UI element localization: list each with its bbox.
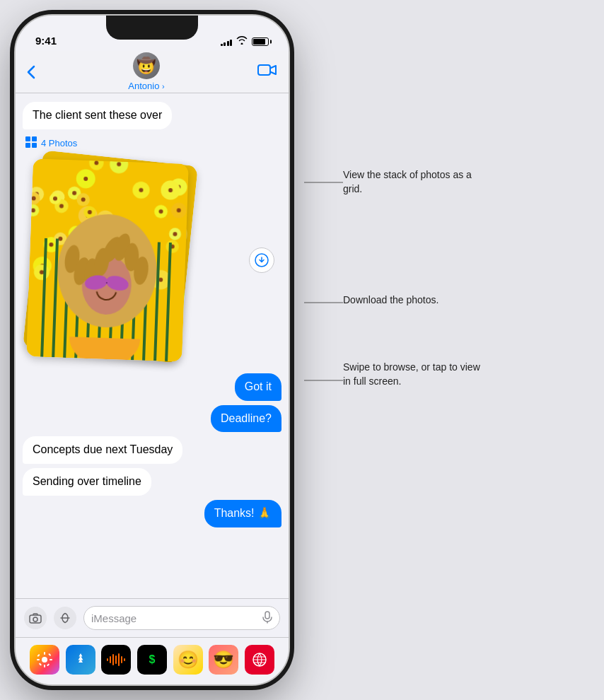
signal-bars-icon [221,37,233,46]
camera-button[interactable] [24,607,47,629]
bubble-incoming-1[interactable]: The client sent these over [23,102,172,129]
bubble-incoming-3[interactable]: Sending over timeline [23,468,151,496]
svg-rect-1 [25,136,30,141]
memoji-emoji: 😊 [178,650,199,670]
message-input[interactable]: iMessage [83,606,280,630]
bubble-outgoing-1[interactable]: Got it [235,373,281,401]
contact-name: Antonio › [128,81,164,91]
battery-fill [253,39,265,45]
photos-count: 4 Photos [41,138,77,148]
app-memoji[interactable]: 😊 [173,645,203,675]
svg-rect-24 [124,658,125,661]
svg-rect-14 [37,654,40,657]
bubble-incoming-2[interactable]: Concepts due next Tuesday [23,436,182,464]
download-button[interactable] [249,247,274,273]
cash-label: $ [149,653,156,666]
bubble-outgoing-3[interactable]: Thanks! 🙏 [204,500,281,527]
svg-rect-19 [110,656,111,663]
annotation-swipe-text: Swipe to browse, or tap to view in full … [343,361,484,388]
avatar: 🤠 [133,52,160,79]
scene: 9:41 [0,0,604,700]
svg-rect-15 [47,663,50,666]
svg-rect-11 [44,665,45,667]
input-bar: iMessage [16,598,289,637]
svg-rect-18 [107,658,108,661]
svg-rect-20 [112,654,114,665]
annotation-download-text: Download the photos. [343,293,439,308]
photos-block: 4 Photos [23,136,281,366]
signal-bar-3 [227,41,229,46]
battery-icon [252,37,269,46]
svg-rect-2 [32,136,37,141]
phone-frame: 9:41 [14,14,290,686]
svg-rect-4 [32,143,37,148]
svg-rect-12 [37,659,40,660]
notch [106,16,198,40]
message-row-7: Thanks! 🙏 [23,500,281,527]
photo-card-front[interactable] [26,158,189,362]
grid-icon [25,136,37,150]
signal-bar-2 [223,42,226,46]
app-audio[interactable] [101,645,131,675]
annotation-grid: View the stack of photos as a grid. [343,168,484,196]
app-reactions[interactable]: 😎 [209,645,238,675]
svg-rect-10 [44,652,45,655]
bubble-outgoing-2[interactable]: Deadline? [211,405,281,433]
status-icons [221,36,269,47]
svg-rect-13 [50,659,52,660]
annotations: View the stack of photos as a grid. Down… [304,0,601,700]
wifi-icon [236,36,248,47]
message-row-6: Sending over timeline [23,468,281,496]
svg-rect-17 [48,653,51,656]
reactions-emoji: 😎 [213,650,234,670]
message-row-3: Got it [23,373,281,401]
photos-stack[interactable] [23,154,192,366]
svg-point-9 [42,657,47,663]
contact-info[interactable]: 🤠 Antonio › [128,52,164,91]
svg-rect-23 [121,656,122,663]
svg-rect-16 [39,663,42,665]
signal-bar-1 [221,44,223,46]
mic-icon [262,611,272,626]
video-call-button[interactable] [257,63,277,81]
annotation-swipe: Swipe to browse, or tap to view in full … [343,361,484,388]
annotation-grid-text: View the stack of photos as a grid. [343,168,484,196]
svg-point-7 [33,617,37,622]
app-appstore[interactable] [66,645,95,675]
apps-button[interactable] [54,607,76,629]
photos-header: 4 Photos [23,136,281,150]
svg-rect-8 [265,612,269,619]
app-cash[interactable]: $ [137,645,167,675]
message-row-1: The client sent these over [23,102,281,129]
message-row-4: Deadline? [23,405,281,433]
nav-bar: 🤠 Antonio › [16,51,289,93]
svg-rect-3 [25,143,30,148]
status-time: 9:41 [35,35,57,47]
input-placeholder: iMessage [91,612,137,624]
svg-rect-22 [118,653,120,666]
message-row-5: Concepts due next Tuesday [23,436,281,464]
app-row: $ 😊 😎 [16,637,289,684]
photos-row [23,154,281,366]
app-more[interactable] [245,645,274,675]
messages-area: The client sent these over 4 Photos [16,93,289,598]
svg-rect-0 [258,65,270,75]
svg-rect-21 [115,655,117,664]
annotation-lines-svg [304,0,601,700]
signal-bar-4 [230,40,232,46]
back-button[interactable] [27,65,35,79]
app-photos[interactable] [30,645,59,675]
annotation-download: Download the photos. [343,293,439,308]
